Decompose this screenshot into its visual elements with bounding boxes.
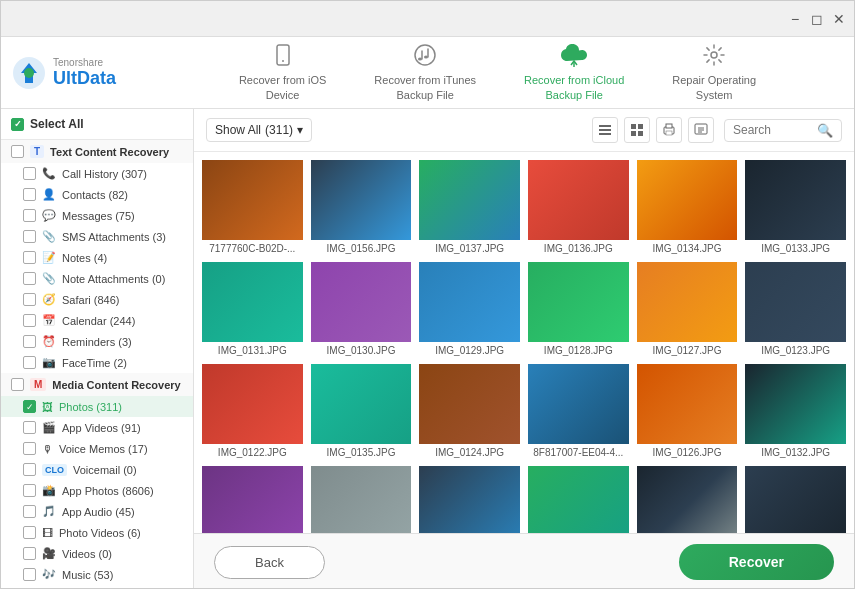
photo-item-p13[interactable]: IMG_0122.JPG (202, 364, 303, 458)
maximize-button[interactable]: ◻ (810, 12, 824, 26)
show-all-button[interactable]: Show All (311) ▾ (206, 118, 312, 142)
section-text-label: Text Content Recovery (50, 146, 169, 158)
sidebar-item-voice-memos[interactable]: 🎙 Voice Memos (17) (1, 438, 193, 459)
sidebar-item-calendar[interactable]: 📅 Calendar (244) (1, 310, 193, 331)
photo-item-p2[interactable]: IMG_0156.JPG (311, 160, 412, 254)
title-bar: − ◻ ✕ (1, 1, 854, 37)
contacts-checkbox[interactable] (23, 188, 36, 201)
photo-filename: IMG_0135.JPG (311, 447, 412, 458)
safari-checkbox[interactable] (23, 293, 36, 306)
sidebar-item-safari[interactable]: 🧭 Safari (846) (1, 289, 193, 310)
search-input[interactable] (733, 123, 813, 137)
select-all-checkbox[interactable]: ✓ (11, 118, 24, 131)
svg-point-6 (424, 56, 428, 59)
sidebar-item-music[interactable]: 🎶 Music (53) (1, 564, 193, 585)
photo-item-p7[interactable]: IMG_0131.JPG (202, 262, 303, 356)
notes-checkbox[interactable] (23, 251, 36, 264)
sidebar-item-call-history[interactable]: 📞 Call History (307) (1, 163, 193, 184)
nav-itunes[interactable]: Recover from iTunesBackup File (350, 33, 500, 112)
nav-icloud[interactable]: Recover from iCloudBackup File (500, 33, 648, 112)
photo-item-p15[interactable]: IMG_0124.JPG (419, 364, 520, 458)
sidebar-item-ibooks[interactable]: 📚 iBooks (1) (1, 585, 193, 589)
photo-item-p9[interactable]: IMG_0129.JPG (419, 262, 520, 356)
photo-item-p18[interactable]: IMG_0132.JPG (745, 364, 846, 458)
sidebar-item-notes[interactable]: 📝 Notes (4) (1, 247, 193, 268)
reminders-checkbox[interactable] (23, 335, 36, 348)
nav-ios[interactable]: Recover from iOSDevice (215, 33, 350, 112)
messages-label: Messages (75) (62, 210, 135, 222)
sidebar-item-photos[interactable]: ✓ 🖼 Photos (311) (1, 396, 193, 417)
photo-item-p19[interactable]: IMG_1044.JPG (202, 466, 303, 533)
photo-thumbnail (202, 160, 303, 240)
recover-button[interactable]: Recover (679, 544, 834, 580)
photo-item-p1[interactable]: 7177760C-B02D-... (202, 160, 303, 254)
facetime-checkbox[interactable] (23, 356, 36, 369)
app-videos-checkbox[interactable] (23, 421, 36, 434)
photo-item-p3[interactable]: IMG_0137.JPG (419, 160, 520, 254)
minimize-button[interactable]: − (788, 12, 802, 26)
header: Tenorshare UltData Recover from iOSDevic… (1, 37, 854, 109)
nav-ios-label: Recover from iOSDevice (239, 73, 326, 102)
photo-item-p10[interactable]: IMG_0128.JPG (528, 262, 629, 356)
sidebar-item-messages[interactable]: 💬 Messages (75) (1, 205, 193, 226)
photo-item-p22[interactable]: IMG_1041.JPG (528, 466, 629, 533)
photo-videos-icon: 🎞 (42, 527, 53, 539)
logo-icon (11, 55, 47, 91)
back-button[interactable]: Back (214, 546, 325, 579)
photo-videos-checkbox[interactable] (23, 526, 36, 539)
photo-item-p17[interactable]: IMG_0126.JPG (637, 364, 738, 458)
sidebar-item-facetime[interactable]: 📷 FaceTime (2) (1, 352, 193, 373)
export-button[interactable] (688, 117, 714, 143)
photo-item-p5[interactable]: IMG_0134.JPG (637, 160, 738, 254)
close-button[interactable]: ✕ (832, 12, 846, 26)
sidebar-item-reminders[interactable]: ⏰ Reminders (3) (1, 331, 193, 352)
note-attachments-checkbox[interactable] (23, 272, 36, 285)
sidebar-item-voicemail[interactable]: CLO Voicemail (0) (1, 459, 193, 480)
photo-item-p6[interactable]: IMG_0133.JPG (745, 160, 846, 254)
photo-item-p23[interactable]: IMG_1040.JPG (637, 466, 738, 533)
section-media-checkbox[interactable] (11, 378, 24, 391)
sms-attachments-label: SMS Attachments (3) (62, 231, 166, 243)
videos-checkbox[interactable] (23, 547, 36, 560)
call-history-checkbox[interactable] (23, 167, 36, 180)
messages-checkbox[interactable] (23, 209, 36, 222)
section-text-checkbox[interactable] (11, 145, 24, 158)
photo-item-p20[interactable]: IMG_1043.JPG (311, 466, 412, 533)
sidebar-item-videos[interactable]: 🎥 Videos (0) (1, 543, 193, 564)
sidebar-item-app-videos[interactable]: 🎬 App Videos (91) (1, 417, 193, 438)
section-media-content[interactable]: M Media Content Recovery (1, 373, 193, 396)
search-icon[interactable]: 🔍 (817, 123, 833, 138)
photo-item-p12[interactable]: IMG_0123.JPG (745, 262, 846, 356)
photo-item-p8[interactable]: IMG_0130.JPG (311, 262, 412, 356)
select-all-row[interactable]: ✓ Select All (1, 109, 193, 140)
photo-item-p24[interactable]: IMG_1039.JPG (745, 466, 846, 533)
sidebar-item-contacts[interactable]: 👤 Contacts (82) (1, 184, 193, 205)
section-text-content[interactable]: T Text Content Recovery (1, 140, 193, 163)
sidebar-item-app-audio[interactable]: 🎵 App Audio (45) (1, 501, 193, 522)
window-controls: − ◻ ✕ (788, 12, 846, 26)
photo-item-p4[interactable]: IMG_0136.JPG (528, 160, 629, 254)
photos-checkbox[interactable]: ✓ (23, 400, 36, 413)
calendar-checkbox[interactable] (23, 314, 36, 327)
photo-item-p11[interactable]: IMG_0127.JPG (637, 262, 738, 356)
call-history-label: Call History (307) (62, 168, 147, 180)
photo-item-p16[interactable]: 8F817007-EE04-4... (528, 364, 629, 458)
sidebar-item-app-photos[interactable]: 📸 App Photos (8606) (1, 480, 193, 501)
app-photos-checkbox[interactable] (23, 484, 36, 497)
sidebar-item-photo-videos[interactable]: 🎞 Photo Videos (6) (1, 522, 193, 543)
sidebar-item-sms-attachments[interactable]: 📎 SMS Attachments (3) (1, 226, 193, 247)
photo-item-p21[interactable]: IMG_1042.JPG (419, 466, 520, 533)
contacts-label: Contacts (82) (62, 189, 128, 201)
sidebar-item-note-attachments[interactable]: 📎 Note Attachments (0) (1, 268, 193, 289)
voicemail-checkbox[interactable] (23, 463, 36, 476)
photo-filename: IMG_0134.JPG (637, 243, 738, 254)
photo-item-p14[interactable]: IMG_0135.JPG (311, 364, 412, 458)
list-view-button[interactable] (592, 117, 618, 143)
grid-view-button[interactable] (624, 117, 650, 143)
sms-attachments-checkbox[interactable] (23, 230, 36, 243)
app-audio-checkbox[interactable] (23, 505, 36, 518)
music-checkbox[interactable] (23, 568, 36, 581)
print-button[interactable] (656, 117, 682, 143)
nav-repair[interactable]: Repair OperatingSystem (648, 33, 780, 112)
voice-memos-checkbox[interactable] (23, 442, 36, 455)
